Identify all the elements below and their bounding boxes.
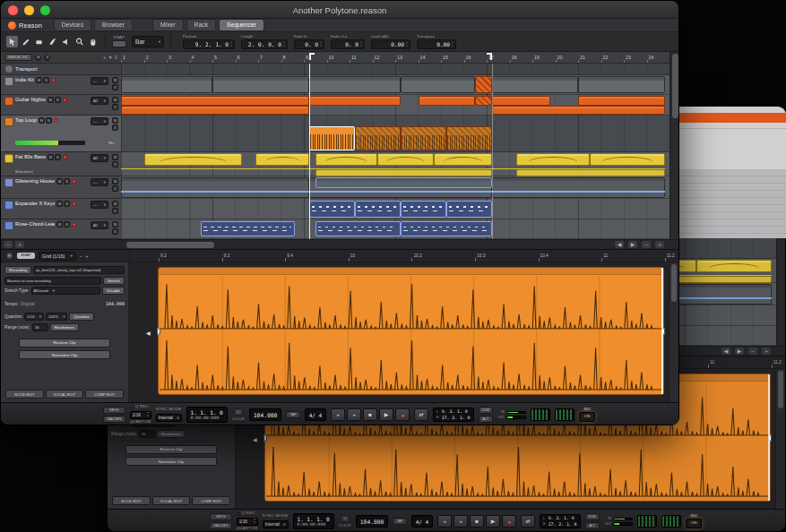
arrange-clip[interactable] [475,76,492,93]
track-row-indie-kit[interactable]: Indie KitMS—▾MX [1,75,121,95]
fast-forward-button[interactable]: » [347,408,361,421]
recording-name-field[interactable]: rp_drm124_steely_top.rx2 (Imported) [33,266,125,274]
edit-zoom-controls[interactable]: − + [80,253,89,259]
normalize-clip-button[interactable]: Normalize Clip [125,457,217,466]
hand-tool-icon[interactable] [87,36,99,47]
close-edit-panel-button[interactable]: ✕ [5,252,13,260]
arrange-clip[interactable] [212,76,309,93]
track-solo-button[interactable]: S [46,117,52,124]
lane-delete-button[interactable]: X [112,228,118,235]
lane-delete-button[interactable]: X [112,104,118,110]
reverse-clip-button[interactable]: Reverse Clip [19,339,110,348]
zoom-out-icon[interactable]: − [642,241,651,248]
nav-devices-button[interactable]: Devices [54,19,91,30]
randomize-button[interactable]: Randomize [157,430,186,438]
grid-select[interactable]: Grid (1/16)▾ [39,252,76,261]
keys-button[interactable]: KEYS [210,513,232,520]
clip-left-handle[interactable] [157,328,160,334]
click-button[interactable]: ♪ [341,515,350,522]
scroll-left-icon[interactable]: ◀ [721,348,730,355]
stepper-icon[interactable]: ▴▾ [254,518,255,524]
arrange-clip[interactable] [401,126,446,150]
record-arm-indicator[interactable] [72,222,76,227]
arrange-clip[interactable] [315,169,493,176]
track-mute-button[interactable]: M [48,154,54,160]
fast-forward-button[interactable]: » [453,515,468,528]
nav-rack-button[interactable]: Rack [186,19,217,30]
lane-delete-button[interactable]: X [112,161,118,167]
recording-button[interactable]: Recording [4,266,31,274]
razor-tool-icon[interactable] [47,36,58,47]
track-target-select[interactable]: —▾ [91,77,108,85]
arrange-clip[interactable] [315,153,377,166]
sync-mode-select[interactable]: Internal▾ [156,414,182,422]
track-target-select[interactable]: —▾ [91,178,108,186]
arrange-clip[interactable] [401,76,475,93]
arrange-clip[interactable] [309,201,355,218]
stepper-icon[interactable]: ▴▾ [360,41,362,47]
audio-clip[interactable] [158,267,664,395]
track-target-select[interactable]: A1▾ [91,221,108,229]
arrange-clip[interactable] [121,191,665,193]
horizontal-scrollbar[interactable]: − + ◀ ▶ − + [1,239,678,249]
arrange-clip[interactable] [590,153,665,166]
record-arm-indicator[interactable] [63,98,67,102]
stretch-button[interactable]: Stretch [103,277,125,285]
reverse-clip-button[interactable]: Reverse Clip [125,445,217,454]
arrange-clip[interactable] [475,96,492,106]
arrange-clip[interactable] [516,169,665,176]
quantize-apply-button[interactable]: Quantize [69,313,94,321]
snap-toggle[interactable] [112,40,126,47]
tap-button[interactable]: TAP [286,411,299,418]
lane-mute-button[interactable]: M [112,77,118,83]
record-arm-indicator[interactable] [54,118,58,123]
arrange-clip[interactable] [377,153,435,166]
lane-mute-button[interactable]: M [112,117,118,124]
stepper-icon[interactable]: ▴▾ [406,41,408,47]
background-window-fragment[interactable] [674,107,786,238]
track-solo-button[interactable]: S [64,201,70,207]
quantize-value-field[interactable]: 1/16 ▴▾ [237,518,258,526]
clip-left-handle[interactable] [263,434,267,441]
clip-end-marker[interactable] [661,268,663,394]
zoom-in-icon[interactable]: + [655,241,664,248]
arrange-clip[interactable] [309,76,401,93]
arrange-clip[interactable] [492,177,665,198]
audio-on-button[interactable]: ON [686,519,703,528]
arrange-clip[interactable] [492,106,665,115]
track-row-glistening-house[interactable]: Glistening HouseMS—▾MX [1,176,121,199]
stepper-icon[interactable]: ▴▾ [230,41,232,47]
record-arm-indicator[interactable] [63,155,67,159]
zoom-in-icon[interactable]: + [762,348,771,355]
tempo-display[interactable]: 104.000 [356,515,389,528]
stepper-icon[interactable]: ▴▾ [147,411,149,417]
disable-button[interactable]: Disable [102,287,125,295]
record-button[interactable]: ● [502,515,516,528]
tab-slice-edit[interactable]: SLICE EDIT [112,496,151,505]
arrange-clip[interactable] [201,221,295,236]
tab-vocal-edit[interactable]: VOCAL EDIT [46,390,84,399]
arrange-clip[interactable] [446,126,492,150]
zoom-out-icon[interactable]: − [4,241,13,248]
clip-start-handle[interactable]: ◀ [253,436,257,442]
arrange-clip[interactable] [121,96,309,106]
track-target-select[interactable]: —▾ [91,117,108,125]
pencil-tool-icon[interactable] [20,36,31,47]
vertical-scrollbar[interactable] [669,52,679,239]
lane-mute-button[interactable]: M [112,178,118,184]
stepper-icon[interactable]: ▴▾ [452,41,453,47]
tab-comp-edit[interactable]: COMP EDIT [192,496,230,505]
dub-button[interactable]: DUB [479,407,493,414]
horizontal-scrollbar-thumb[interactable] [126,242,214,248]
lane-mute-button[interactable]: M [112,201,118,207]
loop-end-marker[interactable] [487,53,492,60]
lane-delete-button[interactable]: X [112,84,118,90]
track-row-fat-80s-bass[interactable]: Fat 80s BassMSA2▾MXMod wheel [1,152,121,176]
song-position-display[interactable]: 1. 1. 1. 0 0:00:00:000 [293,513,334,529]
track-solo-button[interactable]: S [64,221,70,227]
arrange-lane[interactable] [121,64,669,75]
clip-arrange-area[interactable] [121,64,669,239]
time-signature-display[interactable]: 4/ 4 [411,515,433,528]
track-mute-button[interactable]: M [36,77,42,83]
locator-display[interactable]: L9. 2. 1. 0 R17. 2. 1. 0 [540,514,580,529]
